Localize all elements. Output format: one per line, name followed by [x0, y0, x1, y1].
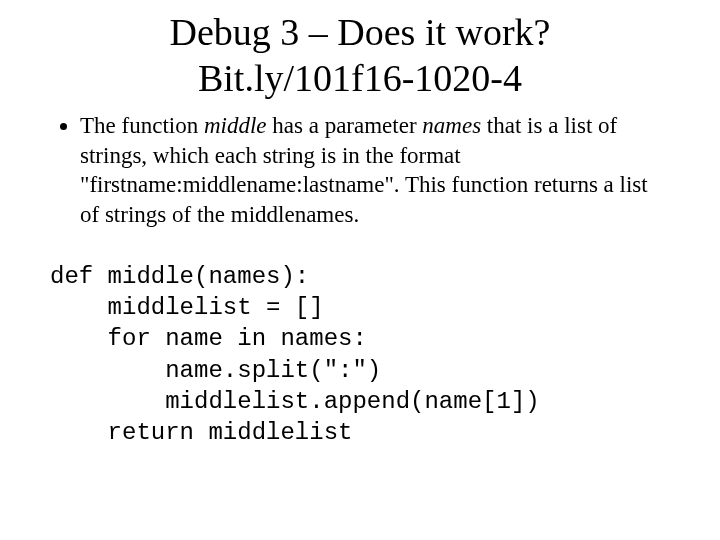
bullet-text-2: has a parameter: [267, 113, 423, 138]
code-line-3: for name in names:: [50, 325, 367, 352]
code-line-5: middlelist.append(name[1]): [50, 388, 540, 415]
slide: Debug 3 – Does it work? Bit.ly/101f16-10…: [0, 0, 720, 540]
bullet-italic-names: names: [422, 113, 481, 138]
code-line-4: name.split(":"): [50, 357, 381, 384]
bullet-italic-middle: middle: [204, 113, 267, 138]
code-line-1: def middle(names):: [50, 263, 309, 290]
code-line-2: middlelist = []: [50, 294, 324, 321]
code-block: def middle(names): middlelist = [] for n…: [50, 261, 670, 448]
slide-title: Debug 3 – Does it work? Bit.ly/101f16-10…: [50, 10, 670, 101]
bullet-list: The function middle has a parameter name…: [50, 111, 670, 229]
bullet-text-1: The function: [80, 113, 204, 138]
code-line-6: return middlelist: [50, 419, 352, 446]
title-line-1: Debug 3 – Does it work?: [170, 11, 551, 53]
title-line-2: Bit.ly/101f16-1020-4: [198, 57, 522, 99]
bullet-item: The function middle has a parameter name…: [80, 111, 670, 229]
